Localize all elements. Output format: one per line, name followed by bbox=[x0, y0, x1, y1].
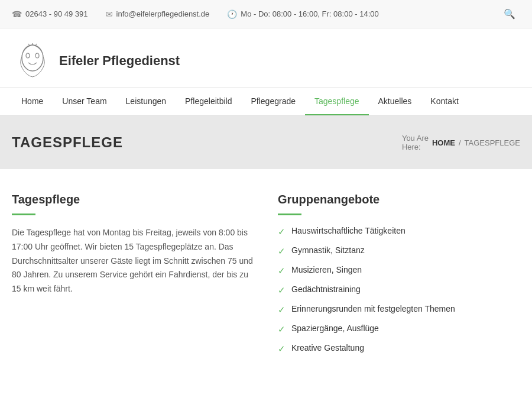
logo-image bbox=[12, 40, 53, 82]
breadcrumb-current: TAGESPFLEGE bbox=[465, 138, 520, 147]
nav-item-unser-team[interactable]: Unser Team bbox=[53, 88, 116, 115]
list-item-label: Gymnastik, Sitztanz bbox=[291, 245, 365, 255]
nav-item-tagespflege[interactable]: Tagespflege bbox=[305, 88, 369, 115]
email-item: ✉ info@eifelerpflegedienst.de bbox=[106, 9, 210, 19]
gruppenangebote-underline bbox=[278, 214, 301, 215]
search-button[interactable]: 🔍 bbox=[499, 6, 520, 22]
phone-number: 02643 - 90 49 391 bbox=[25, 9, 88, 18]
list-item: ✓Spaziergänge, Ausflüge bbox=[278, 324, 520, 335]
list-item: ✓Hauswirtschaftliche Tätigkeiten bbox=[278, 226, 520, 237]
email-address: info@eifelerpflegedienst.de bbox=[116, 9, 210, 18]
nav-item-home[interactable]: Home bbox=[12, 88, 53, 115]
breadcrumb-separator: / bbox=[459, 138, 461, 147]
check-icon: ✓ bbox=[278, 324, 286, 335]
nav-item-pflegeleitbild[interactable]: Pflegeleitbild bbox=[176, 88, 241, 115]
list-item-label: Kreative Gestaltung bbox=[291, 343, 364, 352]
nav-item-pflegegrade[interactable]: Pflegegrade bbox=[241, 88, 305, 115]
list-item-label: Musizieren, Singen bbox=[291, 265, 362, 274]
gruppenangebote-section: Gruppenangebote ✓Hauswirtschaftliche Tät… bbox=[278, 193, 520, 363]
tagespflege-title: Tagespflege bbox=[12, 193, 254, 206]
svg-line-4 bbox=[28, 44, 30, 46]
svg-point-2 bbox=[35, 53, 39, 58]
you-are-here-label: You AreHere: bbox=[402, 134, 429, 151]
tagespflege-underline bbox=[12, 214, 35, 215]
main-nav: HomeUnser TeamLeistungenPflegeleitbildPf… bbox=[0, 88, 532, 116]
top-bar: ☎ 02643 - 90 49 391 ✉ info@eifelerpflege… bbox=[0, 0, 532, 28]
check-icon: ✓ bbox=[278, 305, 286, 315]
nav-item-kontakt[interactable]: Kontakt bbox=[421, 88, 468, 115]
gruppenangebote-list: ✓Hauswirtschaftliche Tätigkeiten✓Gymnast… bbox=[278, 226, 520, 354]
main-content: Tagespflege Die Tagespflege hat von Mont… bbox=[0, 169, 532, 386]
logo-area: Eifeler Pflegedienst bbox=[12, 40, 180, 82]
hours-item: 🕐 Mo - Do: 08:00 - 16:00, Fr: 08:00 - 14… bbox=[227, 9, 378, 19]
list-item: ✓Gedächtnistraining bbox=[278, 284, 520, 296]
list-item: ✓Musizieren, Singen bbox=[278, 265, 520, 276]
nav-item-aktuelles[interactable]: Aktuelles bbox=[369, 88, 421, 115]
list-item-label: Spaziergänge, Ausflüge bbox=[291, 324, 379, 333]
breadcrumb-home: HOME bbox=[432, 138, 455, 147]
list-item: ✓Kreative Gestaltung bbox=[278, 343, 520, 354]
check-icon: ✓ bbox=[278, 285, 286, 296]
page-title: TAGESPFLEGE bbox=[12, 134, 123, 151]
svg-point-1 bbox=[26, 53, 30, 58]
check-icon: ✓ bbox=[278, 227, 286, 237]
tagespflege-text: Die Tagespflege hat von Montag bis Freit… bbox=[12, 226, 254, 296]
check-icon: ✓ bbox=[278, 246, 286, 257]
email-icon: ✉ bbox=[106, 9, 113, 19]
list-item: ✓Gymnastik, Sitztanz bbox=[278, 245, 520, 257]
check-icon: ✓ bbox=[278, 266, 286, 276]
tagespflege-section: Tagespflege Die Tagespflege hat von Mont… bbox=[12, 193, 254, 363]
breadcrumb: You AreHere: HOME / TAGESPFLEGE bbox=[402, 134, 520, 151]
list-item: ✓Erinnerungsrunden mit festgelegten Them… bbox=[278, 304, 520, 315]
breadcrumb-section: TAGESPFLEGE You AreHere: HOME / TAGESPFL… bbox=[0, 116, 532, 169]
list-item-label: Gedächtnistraining bbox=[291, 284, 361, 294]
phone-item: ☎ 02643 - 90 49 391 bbox=[12, 9, 88, 19]
svg-line-5 bbox=[35, 44, 37, 46]
gruppenangebote-title: Gruppenangebote bbox=[278, 193, 520, 206]
nav-item-leistungen[interactable]: Leistungen bbox=[116, 88, 176, 115]
logo-text: Eifeler Pflegedienst bbox=[59, 53, 180, 69]
list-item-label: Hauswirtschaftliche Tätigkeiten bbox=[291, 226, 406, 235]
office-hours: Mo - Do: 08:00 - 16:00, Fr: 08:00 - 14:0… bbox=[241, 9, 378, 18]
list-item-label: Erinnerungsrunden mit festgelegten Theme… bbox=[291, 304, 455, 313]
header: Eifeler Pflegedienst bbox=[0, 28, 532, 88]
phone-icon: ☎ bbox=[12, 9, 22, 19]
check-icon: ✓ bbox=[278, 344, 286, 354]
clock-icon: 🕐 bbox=[227, 9, 237, 19]
